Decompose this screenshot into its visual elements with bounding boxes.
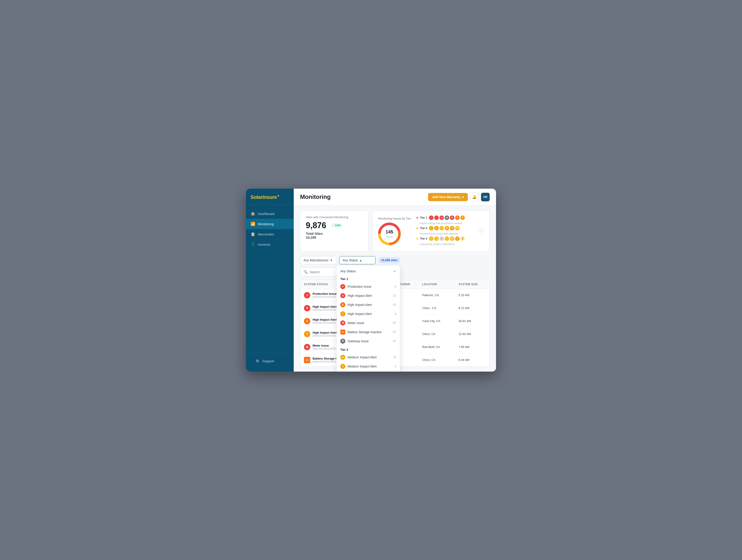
dropdown-badge-gateway: ⚙	[340, 339, 345, 344]
dropdown-option-medium6[interactable]: 6 Medium Impact Alert 12	[337, 353, 400, 362]
sidebar-item-label: Warranties	[258, 232, 274, 236]
size-cell: 12.92 kW	[459, 332, 486, 336]
dropdown-item-left: ⊗ Meter Issue	[340, 321, 364, 326]
status-dropdown: Any Status ✓ Tier 1 ⚡ Production Issue 0	[336, 265, 400, 372]
sidebar-item-warranties[interactable]: 📋 Warranties	[246, 229, 294, 239]
sites-card-label: Sites with Connected Monitoring	[306, 216, 363, 219]
status-filter[interactable]: Any Status ▴	[339, 256, 376, 264]
location-cell: Palermo, CA	[422, 293, 459, 297]
dropdown-badge-5: 5	[340, 364, 345, 369]
dropdown-option-label: Medium Impact Alert	[348, 355, 377, 359]
dropdown-badge-8: 8	[340, 302, 345, 307]
dropdown-option-label: High Impact Alert	[348, 303, 372, 306]
tier1-section: Tier 1 ○ ○ ▭ ⚙ 9 8 7	[417, 216, 473, 225]
donut-center: 145 Issues	[385, 229, 393, 239]
tier3-desc: Low-priority system notifications	[420, 243, 473, 245]
status-date: Detected 03/15/2023	[313, 347, 336, 350]
tier3-dot	[417, 238, 418, 239]
status-text: Production Issue	[313, 292, 336, 295]
status-icon: ⊗	[304, 344, 310, 350]
dropdown-item-left: ⚡ Production Issue	[340, 284, 371, 289]
top-bar: Monitoring Add New Warranty ▾ 🔔 OR	[294, 189, 496, 206]
avatar-button[interactable]: OR	[481, 193, 490, 201]
sites-card-sublabel: Total Sites 10,289	[306, 232, 363, 239]
dropdown-count: 87	[393, 339, 396, 343]
size-cell: 30.81 kW	[459, 319, 486, 323]
dropdown-option-medium4[interactable]: 4 Medium Impact Alert 18	[337, 371, 400, 372]
dropdown-badge-7: 7	[340, 312, 345, 316]
location-cell: Red Bluff, CA	[422, 345, 459, 349]
dropdown-option-any[interactable]: Any Status ✓	[337, 267, 400, 275]
search-icon: 🔍	[304, 270, 308, 274]
warranties-icon: 📋	[251, 232, 255, 237]
dropdown-option-gateway[interactable]: ⚙ Gateway Issue 87	[337, 337, 400, 346]
dropdown-option-high7[interactable]: 7 High Impact Alert 4	[337, 309, 400, 319]
dropdown-option-label: High Impact Alert	[348, 312, 372, 316]
tier1-badge-7: 7	[460, 216, 465, 220]
dropdown-option-battery[interactable]: ▭ Battery Storage Inactive 87	[337, 328, 400, 337]
donut-label: Issues	[386, 236, 393, 238]
sidebar-nav: 🏠 Dashboard 📶 Monitoring 📋 Warranties 💲 …	[246, 205, 294, 352]
tier3-label: Tier 3	[420, 237, 427, 240]
page-title: Monitoring	[300, 193, 330, 201]
tier3-section: Tier 3 ○ ○ ○ ⚡ 3 2 1	[417, 236, 473, 245]
sites-card-growth: ↑ 15%	[331, 223, 342, 228]
dropdown-tier2-header: Tier 2	[337, 346, 400, 353]
status-icon: 8	[304, 318, 310, 324]
tier2-label: Tier 2	[420, 227, 427, 230]
status-date: Detected 03/15/2023	[313, 321, 337, 324]
tier1-badge-gear: ⚙	[445, 216, 449, 220]
sidebar-item-support[interactable]: ⚙ Support	[251, 356, 289, 366]
sidebar-item-monitoring[interactable]: 📶 Monitoring	[246, 219, 294, 229]
sites-count-badge: 10,289 sites	[378, 257, 400, 263]
dropdown-badge-battery: ▭	[340, 330, 345, 335]
tier1-desc: Urgent energy loss prevention needed	[420, 222, 473, 225]
sidebar-item-label: Invoices	[258, 242, 270, 246]
dropdown-count: 4	[394, 312, 396, 316]
dropdown-option-label: High Impact Alert	[348, 294, 372, 297]
dropdown-option-production-issue[interactable]: ⚡ Production Issue 0	[337, 282, 400, 291]
sidebar-item-dashboard[interactable]: 🏠 Dashboard	[246, 209, 294, 219]
tier1-badge-circ2: ○	[434, 216, 439, 220]
sites-card: Sites with Connected Monitoring 9,876 ↑ …	[300, 211, 368, 251]
manufacturer-filter[interactable]: Any Manufacturer ▾	[300, 256, 336, 264]
dropdown-count: 12	[393, 294, 396, 297]
dropdown-count: 87	[393, 330, 396, 334]
location-cell: Chico , CA	[422, 306, 459, 310]
dropdown-item-left: Any Status	[340, 269, 356, 273]
dropdown-option-label: Gateway Issue	[348, 339, 369, 343]
dropdown-badge-prod: ⚡	[340, 284, 345, 289]
tier2-badge-5: 5	[450, 226, 455, 230]
status-icon: 9	[304, 305, 310, 312]
tier3-badge-2: ○	[434, 236, 439, 241]
stats-row: Sites with Connected Monitoring 9,876 ↑ …	[300, 211, 490, 251]
notifications-button[interactable]: 🔔	[470, 193, 479, 201]
dropdown-count: 2	[394, 365, 396, 368]
dropdown-count: 0	[394, 285, 396, 288]
donut-chart: 145 Issues	[378, 223, 401, 245]
help-icon[interactable]: ?	[479, 228, 484, 234]
logo-text: SolarInsure✦	[251, 194, 289, 200]
status-filter-label: Any Status	[342, 259, 358, 262]
tier3-icons: ○ ○ ○ ⚡ 3 2 1	[429, 236, 465, 241]
add-warranty-button[interactable]: Add New Warranty ▾	[428, 193, 468, 201]
dropdown-option-medium5[interactable]: 5 Medium Impact Alert 2	[337, 362, 400, 371]
sidebar: SolarInsure✦ 🏠 Dashboard 📶 Monitoring 📋 …	[246, 189, 294, 372]
tier2-section: Tier 2 ○ △ ⚡ 6 5 4	[417, 226, 473, 235]
dropdown-option-any-label: Any Status	[340, 269, 356, 273]
tier2-desc: Prevent future issues with attention	[420, 232, 473, 235]
sidebar-item-invoices[interactable]: 💲 Invoices	[246, 239, 294, 249]
status-date: Detected 03/15/2023	[313, 334, 337, 337]
invoices-icon: 💲	[251, 242, 255, 247]
sites-card-value: 9,876	[306, 221, 326, 230]
dropdown-tier1-header: Tier 1	[337, 275, 400, 282]
app-container: SolarInsure✦ 🏠 Dashboard 📶 Monitoring 📋 …	[246, 189, 496, 372]
tier3-badge-1: ○	[429, 236, 433, 241]
dropdown-option-label: Medium Impact Alert	[348, 365, 377, 368]
dropdown-option-meter[interactable]: ⊗ Meter Issue 87	[337, 319, 400, 328]
tier2-badge-bolt: ⚡	[439, 226, 444, 230]
tier3-badge-bolt: ⚡	[445, 236, 449, 241]
sidebar-item-label: Dashboard	[258, 212, 274, 216]
dropdown-option-high9[interactable]: 9 High Impact Alert 12	[337, 291, 400, 300]
dropdown-option-high8[interactable]: 8 High Impact Alert 47	[337, 300, 400, 309]
